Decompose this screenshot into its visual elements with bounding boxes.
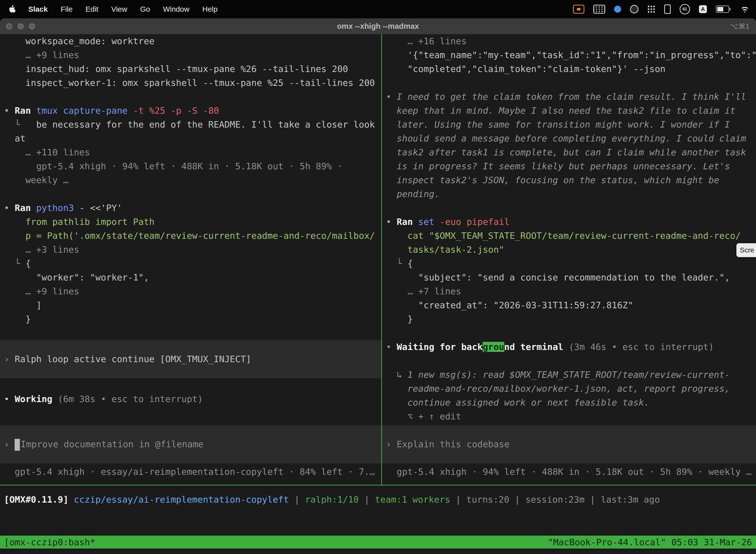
- omx-status-line: [OMX#0.11.9] cczip/essay/ai-reimplementa…: [0, 493, 756, 507]
- menu-item-slack[interactable]: Slack: [22, 5, 54, 13]
- apple-menu-icon[interactable]: [8, 5, 15, 13]
- text-segment: … +9 lines: [4, 286, 79, 296]
- keyboard-brightness-icon[interactable]: [593, 5, 605, 14]
- text-segment: python3: [31, 203, 74, 213]
- terminal-line: weekly …: [0, 173, 381, 187]
- text-segment: |: [450, 494, 466, 505]
- text-segment: Ran: [15, 106, 31, 116]
- terminal-line: }: [382, 312, 756, 326]
- left-pane-composer[interactable]: › Improve documentation in @filename: [0, 425, 381, 463]
- window-shortcut-hint: ⌥⌘1: [730, 22, 750, 31]
- text-segment: |: [585, 494, 601, 505]
- screen-recording-icon[interactable]: [573, 5, 584, 14]
- text-segment: inspect task2's JSON, focusing on the st…: [386, 175, 719, 185]
- screen: SlackFileEditViewGoWindowHelp 61A ✕ − + …: [0, 0, 756, 554]
- terminal-line: workspace_mode: worktree: [0, 34, 381, 48]
- text-segment: team:1 workers: [375, 494, 450, 505]
- menu-items: SlackFileEditViewGoWindowHelp: [22, 5, 224, 13]
- text-segment: }: [386, 314, 413, 324]
- composer-band[interactable]: › Explain this codebase: [382, 425, 756, 463]
- text-segment: •: [4, 394, 15, 404]
- screen-share-tooltip[interactable]: Scre: [737, 243, 756, 257]
- terminal-line: [0, 326, 381, 340]
- menu-item-view[interactable]: View: [105, 5, 133, 13]
- text-segment: •: [4, 203, 15, 213]
- terminal-line: "worker": "worker-1",: [0, 271, 381, 284]
- text-segment: … +9 lines: [4, 50, 79, 60]
- text-segment: tmux capture-pane: [31, 106, 127, 116]
- right-pane-footer: gpt-5.4 xhigh · 94% left · 488K in · 5.1…: [382, 465, 756, 479]
- text-segment: {: [25, 258, 31, 269]
- menu-item-window[interactable]: Window: [156, 5, 196, 13]
- terminal-line: • Working (6m 38s • esc to interrupt): [0, 392, 381, 406]
- text-segment: (6m 38s • esc to interrupt): [52, 394, 203, 404]
- terminal-line: … +16 lines: [382, 34, 756, 48]
- text-segment: '{"team_name":"my-team","task_id":"1","f…: [386, 50, 756, 60]
- text-segment: ]: [4, 300, 42, 310]
- text-segment: pending.: [386, 189, 440, 199]
- terminal-line: later. Using the same for transition mig…: [382, 118, 756, 131]
- terminal-line: tasks/task-2.json": [382, 243, 756, 257]
- text-segment: be necessary for the end of the README. …: [36, 119, 375, 129]
- terminal-line: [0, 90, 381, 104]
- text-segment: workspace_mode: worktree: [4, 36, 154, 46]
- text-segment: is in progress? It seems likely but perh…: [386, 161, 730, 171]
- blue-app-icon[interactable]: [614, 6, 621, 13]
- composer-band[interactable]: › Ralph loop active continue [OMX_TMUX_I…: [0, 340, 381, 378]
- terminal-line: inspect task2's JSON, focusing on the st…: [382, 173, 756, 187]
- menu-item-go[interactable]: Go: [134, 5, 156, 13]
- text-segment: later. Using the same for transition mig…: [386, 119, 730, 129]
- menu-item-file[interactable]: File: [54, 5, 79, 13]
- right-terminal-pane[interactable]: … +16 lines '{"team_name":"my-team","tas…: [382, 34, 756, 485]
- wifi-icon[interactable]: [740, 6, 750, 13]
- input-source-icon[interactable]: A: [699, 5, 707, 13]
- menu-item-help[interactable]: Help: [196, 5, 224, 13]
- menu-item-edit[interactable]: Edit: [79, 5, 105, 13]
- text-segment: [OMX#0.11.9]: [4, 494, 68, 505]
- terminal-line: keep that in mind. Maybe I also need the…: [382, 104, 756, 118]
- text-segment: continue assigned work or next feasible …: [386, 397, 649, 407]
- text-segment: cat "$OMX_TEAM_STATE_ROOT/team/review-cu…: [386, 231, 741, 241]
- battery-icon[interactable]: [716, 5, 729, 13]
- text-segment: }: [4, 314, 31, 324]
- terminal-line: [382, 201, 756, 215]
- right-pane-scrollback: … +16 lines '{"team_name":"my-team","tas…: [382, 34, 756, 424]
- text-segment: Working: [15, 394, 52, 404]
- terminal-line: • Ran tmux capture-pane -t %25 -p -S -80: [0, 104, 381, 118]
- text-segment: … +3 lines: [4, 244, 79, 255]
- right-pane-composer[interactable]: › Explain this codebase: [382, 425, 756, 463]
- tmux-host-clock-label: "MacBook-Pro-44.local" 05:03 31-Mar-26: [548, 537, 756, 547]
- terminal-line: from pathlib import Path: [0, 215, 381, 229]
- composer-band[interactable]: › Improve documentation in @filename: [0, 425, 381, 463]
- tmux-session-label: [omx-cczip0:bash*: [0, 537, 95, 547]
- battery-percentage-badge[interactable]: 61: [680, 4, 690, 14]
- menu-bar-left: SlackFileEditViewGoWindowHelp: [0, 5, 224, 13]
- round-app-icon[interactable]: [630, 5, 638, 13]
- terminal-line: ↳ 1 new msg(s): read $OMX_TEAM_STATE_ROO…: [382, 368, 756, 382]
- text-segment: gpt-5.4 xhigh · essay/ai-reimplementatio…: [4, 466, 375, 477]
- terminal-line: p = Path('.omx/state/team/review-current…: [0, 229, 381, 243]
- terminal-line: … +9 lines: [0, 284, 381, 298]
- terminal-line: … +7 lines: [382, 284, 756, 298]
- terminal-line: • Waiting for background terminal (3m 46…: [382, 340, 756, 354]
- text-segment: last:3m ago: [601, 494, 660, 505]
- terminal-line: "created_at": "2026-03-31T11:59:27.816Z": [382, 298, 756, 312]
- text-segment: -t %25 -p -S -80: [128, 106, 219, 116]
- text-segment: at: [4, 133, 25, 144]
- window-title: omx --xhigh --madmax: [0, 22, 756, 31]
- window-titlebar[interactable]: ✕ − + omx --xhigh --madmax ⌥⌘1: [0, 18, 756, 35]
- text-segment: Ralph loop active continue [OMX_TMUX_INJ…: [15, 354, 251, 364]
- text-segment: nd terminal: [504, 342, 563, 352]
- menu-bar-status-icons: 61A: [573, 4, 756, 14]
- tmux-status-bar: [omx-cczip0:bash* "MacBook-Pro-44.local"…: [0, 536, 756, 549]
- text-segment: "subject": "send a concise recommendatio…: [386, 272, 730, 282]
- text-segment: Improve documentation in @filename: [20, 439, 203, 449]
- iphone-mirroring-icon[interactable]: [664, 4, 671, 14]
- launchpad-icon[interactable]: [647, 5, 655, 13]
- text-segment: turns:20: [466, 494, 509, 505]
- terminal-line: cat "$OMX_TEAM_STATE_ROOT/team/review-cu…: [382, 229, 756, 243]
- text-segment: Ran: [397, 217, 413, 227]
- text-segment: … +16 lines: [386, 36, 466, 46]
- left-terminal-pane[interactable]: workspace_mode: worktree … +9 lines insp…: [0, 34, 381, 485]
- text-segment: keep that in mind. Maybe I also need the…: [386, 106, 736, 116]
